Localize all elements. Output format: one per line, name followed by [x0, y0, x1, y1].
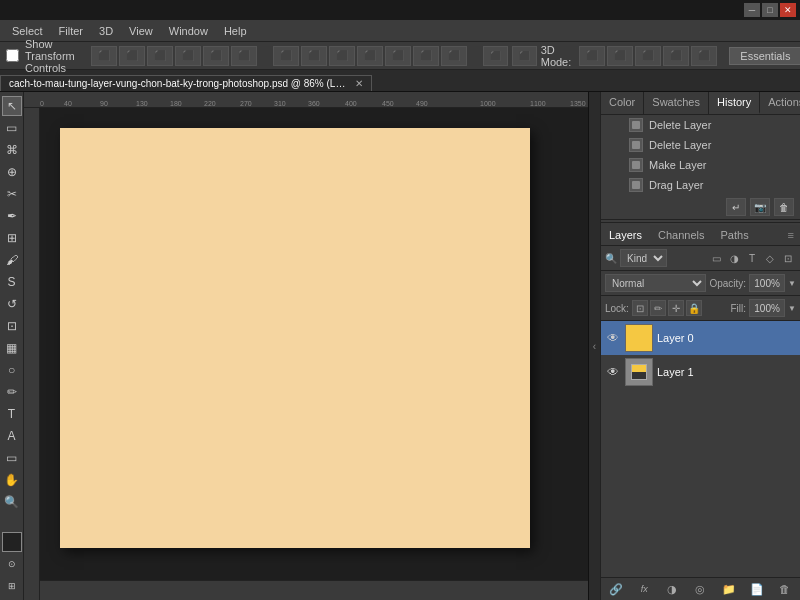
menu-window[interactable]: Window	[161, 23, 216, 39]
layer-item-1[interactable]: 👁 Layer 1	[601, 355, 800, 389]
new-fill-icon[interactable]: ◎	[691, 581, 709, 597]
link-icon[interactable]: 🔗	[607, 581, 625, 597]
tool-eyedropper[interactable]: ✒	[2, 206, 22, 226]
menu-view[interactable]: View	[121, 23, 161, 39]
tool-crop[interactable]: ✂	[2, 184, 22, 204]
tool-3d-mode[interactable]: ⊞	[2, 576, 22, 596]
tool-move[interactable]: ↖	[2, 96, 22, 116]
canvas	[60, 128, 530, 548]
filter-adjust-btn[interactable]: ◑	[726, 250, 742, 266]
lock-pixels-btn[interactable]: ⊡	[632, 300, 648, 316]
essentials-button[interactable]: Essentials	[729, 47, 800, 65]
tool-brush[interactable]: 🖌	[2, 250, 22, 270]
3d-btn-3[interactable]: ⬛	[635, 46, 661, 66]
tool-path-select[interactable]: A	[2, 426, 22, 446]
tool-lasso[interactable]: ⌘	[2, 140, 22, 160]
3d-btn-1[interactable]: ⬛	[579, 46, 605, 66]
transform-checkbox[interactable]	[6, 49, 19, 62]
dist-btn-6[interactable]: ⬛	[413, 46, 439, 66]
status-bar	[40, 580, 588, 600]
layers-list: 👁 Layer 0 👁 Layer 1	[601, 321, 800, 577]
layers-panel-menu[interactable]: ≡	[782, 225, 800, 245]
minimize-button[interactable]: ─	[744, 3, 760, 17]
tab-actions[interactable]: Actions	[760, 92, 800, 114]
tool-clone[interactable]: S	[2, 272, 22, 292]
3d-btn-2[interactable]: ⬛	[607, 46, 633, 66]
lock-paint-btn[interactable]: ✏	[650, 300, 666, 316]
layer-eye-0[interactable]: 👁	[605, 330, 621, 346]
tab-layers[interactable]: Layers	[601, 225, 650, 245]
tool-heal[interactable]: ⊞	[2, 228, 22, 248]
tab-paths[interactable]: Paths	[713, 225, 757, 245]
dist-btn-2[interactable]: ⬛	[301, 46, 327, 66]
fill-arrow[interactable]: ▼	[788, 304, 796, 313]
blend-mode-select[interactable]: Normal	[605, 274, 706, 292]
opacity-arrow[interactable]: ▼	[788, 279, 796, 288]
foreground-color[interactable]	[2, 532, 22, 552]
fx-icon[interactable]: fx	[635, 581, 653, 597]
tool-hand[interactable]: ✋	[2, 470, 22, 490]
align-btn-3[interactable]: ⬛	[147, 46, 173, 66]
align-btn-5[interactable]: ⬛	[203, 46, 229, 66]
doc-tab-active[interactable]: cach-to-mau-tung-layer-vung-chon-bat-ky-…	[0, 75, 372, 91]
maximize-button[interactable]: □	[762, 3, 778, 17]
align-btn-4[interactable]: ⬛	[175, 46, 201, 66]
tool-eraser[interactable]: ⊡	[2, 316, 22, 336]
history-camera-btn[interactable]: 📷	[750, 198, 770, 216]
layer-item-0[interactable]: 👁 Layer 0	[601, 321, 800, 355]
mask-icon[interactable]: ◑	[663, 581, 681, 597]
close-button[interactable]: ✕	[780, 3, 796, 17]
menu-help[interactable]: Help	[216, 23, 255, 39]
filter-smart-btn[interactable]: ⊡	[780, 250, 796, 266]
align-btn-1[interactable]: ⬛	[91, 46, 117, 66]
auto-blend-btn[interactable]: ⬛	[512, 46, 537, 66]
tool-dodge[interactable]: ○	[2, 360, 22, 380]
tool-zoom[interactable]: 🔍	[2, 492, 22, 512]
title-bar: ─ □ ✕	[0, 0, 800, 20]
right-panel: Color Swatches History Actions ≡ Delete …	[600, 92, 800, 600]
tab-color[interactable]: Color	[601, 92, 644, 114]
history-delete-btn[interactable]: 🗑	[774, 198, 794, 216]
delete-layer-icon[interactable]: 🗑	[776, 581, 794, 597]
tool-marquee[interactable]: ▭	[2, 118, 22, 138]
menu-filter[interactable]: Filter	[51, 23, 91, 39]
filter-type-select[interactable]: Kind	[620, 249, 667, 267]
3d-btn-4[interactable]: ⬛	[663, 46, 689, 66]
tool-gradient[interactable]: ▦	[2, 338, 22, 358]
filter-shape-btn[interactable]: ◇	[762, 250, 778, 266]
menu-3d[interactable]: 3D	[91, 23, 121, 39]
tool-mask[interactable]: ⊙	[2, 554, 22, 574]
align-btn-6[interactable]: ⬛	[231, 46, 257, 66]
lock-move-btn[interactable]: ✛	[668, 300, 684, 316]
tool-shape[interactable]: ▭	[2, 448, 22, 468]
doc-tab-close[interactable]: ✕	[355, 78, 363, 89]
align-btn-2[interactable]: ⬛	[119, 46, 145, 66]
new-layer-icon[interactable]: 📄	[748, 581, 766, 597]
layer-eye-1[interactable]: 👁	[605, 364, 621, 380]
auto-align-btn[interactable]: ⬛	[483, 46, 508, 66]
dist-btn-1[interactable]: ⬛	[273, 46, 299, 66]
history-snapshot-btn[interactable]: ↵	[726, 198, 746, 216]
tab-history[interactable]: History	[709, 92, 760, 114]
group-icon[interactable]: 📁	[720, 581, 738, 597]
dist-btn-4[interactable]: ⬛	[357, 46, 383, 66]
tab-swatches[interactable]: Swatches	[644, 92, 709, 114]
tool-quick-select[interactable]: ⊕	[2, 162, 22, 182]
layers-lock-row: Lock: ⊡ ✏ ✛ 🔒 Fill: 100% ▼	[601, 296, 800, 321]
tab-channels[interactable]: Channels	[650, 225, 712, 245]
canvas-area: 0 40 90 130 180 220 270 310 360 400 450 …	[24, 92, 588, 600]
filter-type-btn[interactable]: T	[744, 250, 760, 266]
history-panel-tabs: Color Swatches History Actions ≡	[601, 92, 800, 115]
3d-btn-5[interactable]: ⬛	[691, 46, 717, 66]
menu-select[interactable]: Select	[4, 23, 51, 39]
tool-history-brush[interactable]: ↺	[2, 294, 22, 314]
dist-btn-3[interactable]: ⬛	[329, 46, 355, 66]
dist-btn-7[interactable]: ⬛	[441, 46, 467, 66]
dist-btn-5[interactable]: ⬛	[385, 46, 411, 66]
history-icon-1	[629, 118, 643, 132]
tool-type[interactable]: T	[2, 404, 22, 424]
filter-pixel-btn[interactable]: ▭	[708, 250, 724, 266]
tool-pen[interactable]: ✏	[2, 382, 22, 402]
lock-all-btn[interactable]: 🔒	[686, 300, 702, 316]
collapse-button[interactable]: ‹	[588, 92, 600, 600]
